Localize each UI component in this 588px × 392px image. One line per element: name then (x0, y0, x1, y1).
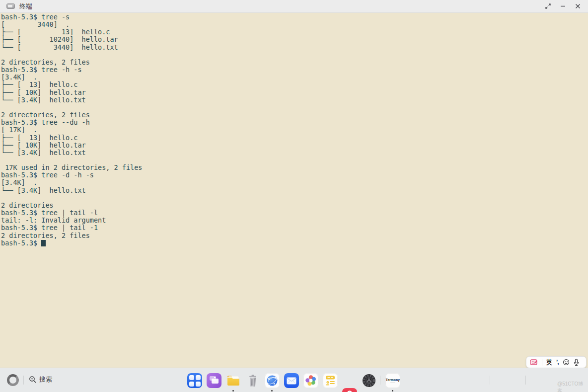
notes-icon[interactable] (323, 373, 338, 388)
ime-divider (542, 359, 542, 366)
terminal-app-icon (6, 3, 15, 9)
ime-language-toggle[interactable]: 英 (546, 358, 552, 367)
close-icon (575, 3, 581, 9)
terminal-cursor (41, 240, 46, 246)
launcher-button[interactable] (7, 374, 19, 386)
search-button[interactable]: 搜索 (29, 375, 52, 384)
file-manager-icon[interactable] (226, 373, 241, 388)
window-controls (540, 0, 588, 12)
tray-divider-1 (490, 376, 490, 385)
taskbar-divider (23, 376, 24, 385)
trash-icon[interactable] (245, 373, 260, 388)
dock-divider (380, 376, 380, 385)
termony-icon[interactable]: Termony (385, 373, 400, 388)
ime-punctuation-toggle[interactable]: ’, (556, 359, 559, 366)
close-button[interactable] (570, 0, 585, 13)
ime-logo-icon[interactable] (530, 359, 538, 366)
search-label: 搜索 (39, 375, 52, 384)
browser-icon[interactable] (265, 373, 280, 388)
control-center-icon[interactable] (362, 373, 376, 388)
restore-icon (545, 3, 551, 9)
termony-subline (390, 383, 395, 384)
minimize-button[interactable] (555, 0, 570, 13)
search-icon (29, 376, 37, 384)
multitasking-view-icon[interactable] (207, 373, 221, 388)
termony-running-dot (392, 390, 393, 392)
emoji-picker-icon[interactable] (563, 359, 570, 366)
termony-label: Termony (386, 378, 400, 382)
taskbar: 搜索 (0, 368, 588, 392)
input-method-bar: 英 ’, (526, 356, 587, 368)
minimize-icon (560, 3, 566, 9)
app-gallery-icon[interactable]: App Gallery (342, 388, 357, 392)
titlebar: 终端 (0, 0, 588, 13)
terminal-text: bash-5.3$ tree -s [ 3440] . ├── [ 13] he… (1, 13, 142, 247)
browser-running-dot (271, 390, 273, 392)
window-title: 终端 (19, 2, 32, 11)
terminal-output: bash-5.3$ tree -s [ 3440] . ├── [ 13] he… (0, 13, 588, 247)
tray-divider-2 (525, 376, 526, 385)
restore-window-button[interactable] (540, 0, 555, 13)
gallery-icon[interactable] (303, 373, 318, 388)
all-apps-icon[interactable] (187, 373, 202, 388)
watermark: @51CTO博客 (557, 381, 588, 392)
file-manager-running-dot (232, 390, 234, 392)
mail-icon[interactable] (284, 373, 299, 388)
voice-input-icon[interactable] (574, 359, 579, 366)
terminal-content-area[interactable]: bash-5.3$ tree -s [ 3440] . ├── [ 13] he… (0, 13, 588, 368)
